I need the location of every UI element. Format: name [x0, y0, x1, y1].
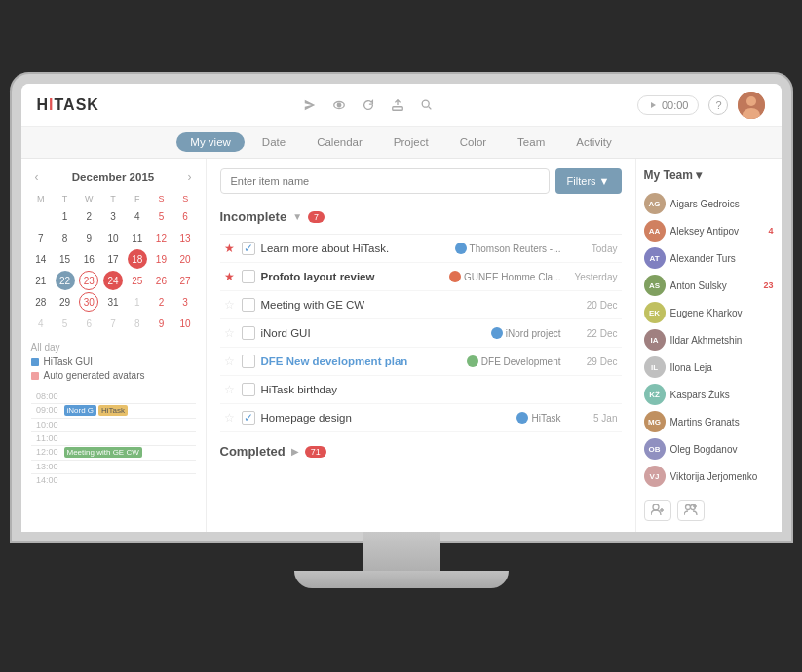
- star-icon[interactable]: ☆: [224, 355, 236, 368]
- header-icons: [302, 97, 435, 113]
- list-item[interactable]: IA Ildar Akhmetshin: [644, 326, 774, 354]
- filters-button[interactable]: Filters ▼: [555, 168, 622, 194]
- list-item[interactable]: AT Alexander Turs: [644, 244, 774, 272]
- list-item[interactable]: KŽ Kaspars Žuks: [644, 381, 774, 408]
- tab-team[interactable]: Team: [504, 132, 558, 152]
- send-icon[interactable]: [302, 97, 318, 113]
- completed-section-header[interactable]: Completed ▶ 71: [220, 440, 622, 463]
- allday-event-1[interactable]: HiTask GUI: [31, 356, 196, 367]
- task-checkbox[interactable]: [242, 383, 255, 396]
- svg-point-6: [746, 96, 756, 106]
- event-block-hitask[interactable]: HiTask: [98, 405, 128, 416]
- table-row[interactable]: ★ ✓ Learn more about HiTask. Thomson Reu…: [220, 235, 622, 263]
- event-block-inord[interactable]: iNord G: [64, 405, 97, 416]
- table-row[interactable]: ☆ DFE New development plan DFE Developme…: [220, 348, 622, 376]
- member-avatar: VJ: [644, 466, 666, 487]
- time-grid: 08:00 09:00 iNord G HiTask: [21, 388, 206, 491]
- table-row[interactable]: ☆ HiTask birthday: [220, 376, 622, 404]
- event-block-meeting[interactable]: Meeting with GE CW: [64, 447, 142, 458]
- help-button[interactable]: ?: [708, 95, 728, 115]
- list-item[interactable]: AA Aleksey Antipov 4: [644, 217, 774, 244]
- list-item[interactable]: AG Aigars Gedroics: [644, 190, 774, 217]
- eye-icon[interactable]: [331, 97, 347, 113]
- incomplete-section-header[interactable]: Incomplete ▼ 7: [220, 205, 622, 228]
- member-name: Ildar Akhmetshin: [670, 335, 774, 346]
- tab-color[interactable]: Color: [446, 132, 500, 152]
- refresh-icon[interactable]: [361, 97, 376, 113]
- member-name: Oleg Bogdanov: [670, 444, 774, 455]
- member-avatar: AT: [644, 247, 666, 269]
- table-row[interactable]: ☆ ✓ Homepage design HiTask 5 Jan: [220, 404, 622, 432]
- list-item[interactable]: EK Eugene Kharkov: [644, 299, 774, 326]
- time-row-0800: 08:00: [31, 392, 196, 401]
- timer-button[interactable]: 00:00: [637, 95, 700, 115]
- add-group-button[interactable]: [677, 500, 705, 521]
- completed-arrow: ▶: [291, 446, 299, 457]
- task-name: Meeting with GE CW: [261, 299, 555, 311]
- task-checkbox[interactable]: [242, 298, 255, 312]
- tab-date[interactable]: Date: [248, 132, 299, 152]
- time-row-1200: 12:00 Meeting with GE CW: [31, 447, 196, 458]
- sidebar: ‹ December 2015 › M T W T F S S: [21, 159, 207, 532]
- task-checkbox[interactable]: [242, 270, 255, 283]
- svg-point-8: [653, 504, 659, 510]
- list-item[interactable]: AS Anton Sulsky 23: [644, 272, 774, 299]
- task-name: Learn more about HiTask.: [261, 243, 449, 254]
- list-item[interactable]: MG Martins Granats: [644, 408, 774, 435]
- svg-marker-4: [651, 102, 656, 108]
- list-item[interactable]: IL Ilona Leja: [644, 354, 774, 381]
- star-icon[interactable]: ☆: [224, 326, 236, 340]
- upload-icon[interactable]: [390, 97, 405, 113]
- member-name: Aigars Gedroics: [670, 199, 774, 209]
- tab-calendar[interactable]: Calendar: [303, 132, 376, 152]
- tab-my-view[interactable]: My view: [176, 132, 245, 152]
- task-checkbox[interactable]: [242, 326, 255, 340]
- task-name: DFE New development plan: [261, 355, 461, 367]
- star-icon[interactable]: ☆: [224, 298, 236, 312]
- time-row-1000: 10:00: [31, 420, 196, 429]
- member-avatar: KŽ: [644, 384, 666, 405]
- monitor-base: [294, 571, 509, 588]
- task-checkbox[interactable]: ✓: [242, 242, 255, 255]
- table-row[interactable]: ☆ iNord GUI iNord project 22 Dec: [220, 319, 622, 348]
- task-checkbox[interactable]: ✓: [242, 411, 255, 425]
- task-date: 5 Jan: [567, 413, 618, 424]
- task-list-incomplete: ★ ✓ Learn more about HiTask. Thomson Reu…: [220, 234, 622, 432]
- star-icon[interactable]: ★: [224, 270, 236, 283]
- time-row-1400: 14:00: [31, 475, 196, 485]
- star-icon[interactable]: ★: [224, 242, 236, 255]
- task-checkbox[interactable]: [242, 355, 255, 368]
- star-icon[interactable]: ☆: [224, 411, 236, 425]
- monitor-stand: [21, 532, 782, 588]
- team-actions: [644, 500, 774, 521]
- search-icon[interactable]: [419, 97, 435, 113]
- allday-event-2[interactable]: Auto generated avatars: [31, 370, 196, 381]
- member-name: Viktorija Jerjomenko: [670, 471, 774, 482]
- tab-project[interactable]: Project: [380, 132, 442, 152]
- member-name: Aleksey Antipov: [670, 226, 764, 237]
- task-date: 22 Dec: [567, 328, 618, 339]
- tab-activity[interactable]: Activity: [562, 132, 625, 152]
- user-avatar[interactable]: [738, 92, 765, 119]
- search-bar: Filters ▼: [220, 168, 622, 194]
- list-item[interactable]: VJ Viktorija Jerjomenko: [644, 463, 774, 490]
- cal-prev[interactable]: ‹: [31, 168, 43, 186]
- table-row[interactable]: ☆ Meeting with GE CW 20 Dec: [220, 291, 622, 319]
- calendar-header: ‹ December 2015 ›: [21, 168, 206, 192]
- cal-next[interactable]: ›: [184, 168, 196, 186]
- member-avatar: EK: [644, 302, 666, 323]
- task-panel: Filters ▼ Incomplete ▼ 7 ★ ✓: [207, 159, 635, 532]
- header-right: 00:00 ?: [637, 92, 766, 119]
- add-member-button[interactable]: [644, 500, 671, 521]
- table-row[interactable]: ★ Profoto layout review GUNEE Homme Cla.…: [220, 263, 622, 291]
- star-icon[interactable]: ☆: [224, 383, 236, 396]
- search-input[interactable]: [220, 168, 550, 194]
- member-name: Alexander Turs: [670, 253, 774, 264]
- list-item[interactable]: OB Oleg Bogdanov: [644, 435, 774, 463]
- task-name: iNord GUI: [261, 327, 485, 339]
- task-date: Today: [567, 243, 618, 254]
- monitor-neck: [363, 532, 440, 571]
- task-date: 29 Dec: [567, 356, 618, 367]
- allday-label: All day: [31, 342, 196, 353]
- svg-rect-2: [393, 106, 403, 110]
